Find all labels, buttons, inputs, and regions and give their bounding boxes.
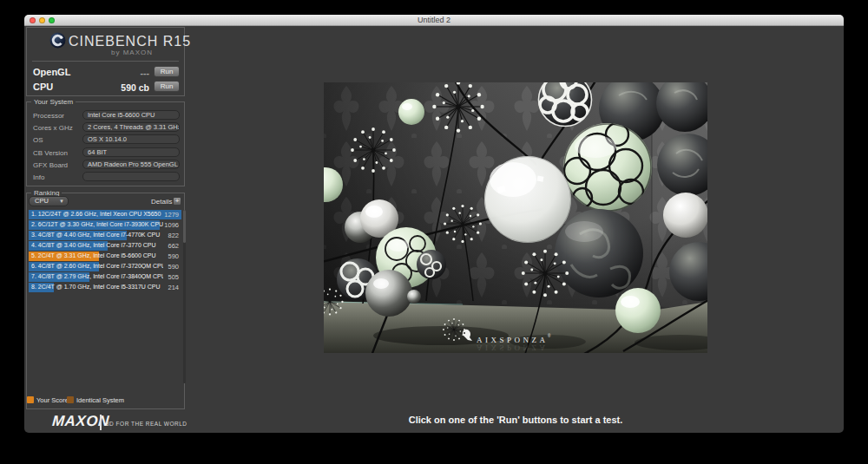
divider — [100, 415, 102, 430]
status-message: Click on one of the 'Run' buttons to sta… — [324, 415, 707, 425]
identical-system-swatch — [67, 396, 74, 403]
system-field-value: OS X 10.14.0 — [82, 134, 180, 144]
divider — [32, 61, 179, 62]
render-preview: AIXSPONZA ® AIXSPONZA — [324, 82, 707, 353]
ranking-row[interactable]: 1. 12C/24T @ 2.66 GHz, Intel Xeon CPU X5… — [29, 210, 181, 219]
ranking-filter-dropdown[interactable]: CPU ▼ — [29, 196, 69, 206]
ranking-row-label: 3. 4C/8T @ 4.40 GHz, Intel Core i7-4770K… — [31, 232, 163, 238]
ranking-row-score: 822 — [168, 232, 179, 239]
ranking-row-your-score[interactable]: 5. 2C/4T @ 3.31 GHz, Intel Core i5-6600 … — [29, 252, 181, 261]
system-field-value: AMD Radeon Pro 555 OpenGL Engine — [82, 160, 180, 169]
ranking-row-score: 214 — [168, 284, 179, 291]
app-subtitle: by MAXON — [111, 49, 153, 56]
window-title: Untitled 2 — [24, 16, 844, 25]
cpu-run-button[interactable]: Run — [154, 81, 180, 92]
system-field-label: Info — [33, 173, 44, 181]
cinema4d-logo-icon — [49, 32, 66, 49]
app-title: CINEBENCH R15 — [69, 34, 191, 49]
ranking-row-label: 5. 2C/4T @ 3.31 GHz, Intel Core i5-6600 … — [31, 252, 163, 258]
system-field-label: Cores x GHz — [33, 124, 73, 132]
system-field-label: CB Version — [33, 149, 68, 157]
ranking-filter-value: CPU — [35, 197, 49, 205]
ranking-row-score: 1096 — [164, 221, 179, 229]
ranking-row-score: 1279 — [164, 211, 179, 219]
identical-system-legend: Identical System — [76, 396, 124, 404]
system-field-value: 2 Cores, 4 Threads @ 3.31 GHz — [82, 122, 180, 132]
system-field-value: 64 BIT — [82, 147, 180, 157]
ranking-scrollbar-thumb[interactable] — [183, 210, 186, 243]
ranking-row[interactable]: 8. 2C/4T @ 1.70 GHz, Intel Core i5-3317U… — [29, 283, 181, 292]
ranking-row-label: 6. 4C/8T @ 2.60 GHz, Intel Core i7-3720Q… — [31, 263, 163, 269]
ranking-row-label: 1. 12C/24T @ 2.66 GHz, Intel Xeon CPU X5… — [31, 211, 163, 217]
maxon-tagline: 3D FOR THE REAL WORLD — [106, 421, 187, 427]
opengl-run-button[interactable]: Run — [154, 66, 180, 77]
ranking-row-score: 590 — [168, 252, 179, 260]
ranking-row-score: 505 — [168, 273, 179, 281]
ranking-row-label: 7. 4C/8T @ 2.79 GHz, Intel Core i7-3840Q… — [31, 273, 163, 279]
your-score-legend: Your Score — [36, 396, 69, 404]
chevron-down-icon: ▼ — [59, 197, 64, 206]
system-field-label: GFX Board — [33, 161, 68, 169]
cpu-label: CPU — [33, 82, 53, 92]
ranking-row[interactable]: 3. 4C/8T @ 4.40 GHz, Intel Core i7-4770K… — [29, 231, 181, 240]
system-field-label: OS — [33, 136, 43, 144]
ranking-row-score: 590 — [168, 263, 179, 271]
your-system-title: Your System — [31, 98, 76, 106]
system-field-value — [82, 172, 180, 181]
svg-text:AIXSPONZA: AIXSPONZA — [477, 336, 549, 344]
opengl-score: --- — [110, 68, 149, 78]
ranking-row[interactable]: 4. 4C/8T @ 3.40 GHz, Intel Core i7-3770 … — [29, 241, 181, 251]
your-score-swatch — [27, 396, 34, 403]
system-field-value: Intel Core i5-6600 CPU — [82, 110, 180, 120]
system-field-label: Processor — [33, 112, 64, 120]
ranking-row-score: 662 — [168, 242, 179, 250]
ranking-row[interactable]: 7. 4C/8T @ 2.79 GHz, Intel Core i7-3840Q… — [29, 272, 181, 282]
details-button[interactable]: + — [173, 197, 181, 206]
details-label: Details — [151, 198, 172, 206]
ranking-row[interactable]: 2. 6C/12T @ 3.30 GHz, Intel Core i7-3930… — [29, 220, 181, 230]
ranking-row-label: 2. 6C/12T @ 3.30 GHz, Intel Core i7-3930… — [31, 221, 163, 227]
ranking-row[interactable]: 6. 4C/8T @ 2.60 GHz, Intel Core i7-3720Q… — [29, 262, 181, 271]
opengl-label: OpenGL — [33, 67, 70, 77]
ranking-row-label: 4. 4C/8T @ 3.40 GHz, Intel Core i7-3770 … — [31, 242, 163, 248]
svg-text:AIXSPONZA: AIXSPONZA — [477, 343, 549, 352]
ranking-row-label: 8. 2C/4T @ 1.70 GHz, Intel Core i5-3317U… — [31, 284, 163, 290]
ranking-list: 1. 12C/24T @ 2.66 GHz, Intel Xeon CPU X5… — [29, 210, 181, 293]
cpu-score: 590 cb — [110, 82, 149, 93]
